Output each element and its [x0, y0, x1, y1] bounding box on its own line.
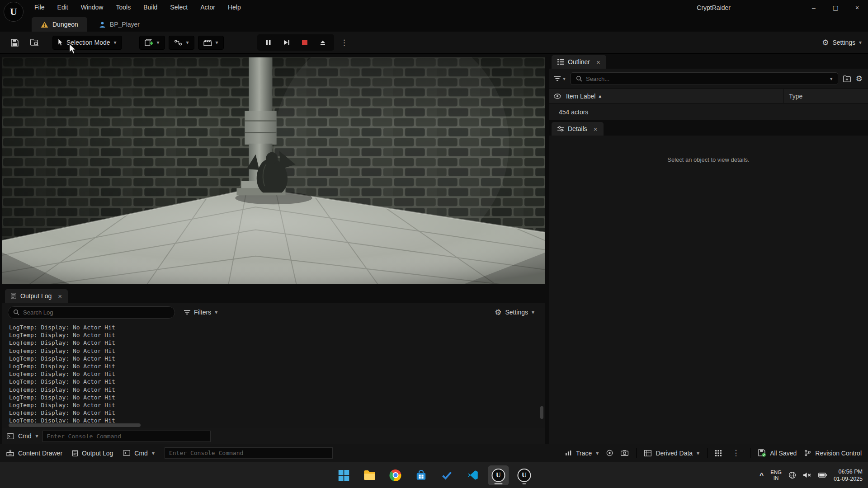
item-label-column-header[interactable]: Item Label ▴ — [566, 93, 783, 100]
statusbar-more-button[interactable]: ⋮ — [729, 448, 742, 458]
log-horizontal-scrollbar[interactable] — [9, 423, 539, 427]
content-drawer-button[interactable]: Content Drawer — [6, 450, 62, 457]
microsoft-store-button[interactable] — [411, 465, 432, 485]
outliner-search-input[interactable] — [586, 75, 826, 82]
minimize-icon: – — [812, 4, 816, 11]
type-column-header[interactable]: Type — [783, 89, 868, 103]
start-button[interactable] — [334, 465, 354, 485]
log-hscroll-thumb[interactable] — [9, 423, 141, 427]
log-search-input[interactable] — [23, 309, 170, 316]
selection-mode-dropdown[interactable]: Selection Mode ▾ — [52, 36, 122, 50]
frame-skip-button[interactable] — [279, 36, 294, 49]
menu-item-1[interactable]: Edit — [51, 0, 75, 15]
level-viewport[interactable] — [2, 57, 545, 284]
maximize-button[interactable]: ▢ — [825, 0, 846, 15]
log-lines-area[interactable]: LogTemp: Display: No Actor HitLogTemp: D… — [2, 322, 545, 422]
menu-item-7[interactable]: Help — [222, 0, 247, 15]
outliner-list-icon — [557, 59, 564, 65]
tab-dungeon[interactable]: Dungeon — [32, 17, 87, 32]
save-button[interactable] — [6, 36, 23, 49]
playback-options-button[interactable]: ⋮ — [338, 38, 351, 47]
outliner-body: ▾ ▾ ⚙ Item Label ▴ — [549, 69, 868, 121]
cinematics-dropdown[interactable]: ▾ — [198, 36, 224, 50]
check-app-button[interactable] — [437, 465, 458, 485]
chevron-down-icon[interactable]: ▾ — [36, 433, 38, 439]
log-search-box[interactable] — [8, 306, 175, 319]
toolbar-settings-dropdown[interactable]: ⚙ Settings ▾ — [822, 39, 862, 47]
statusbar-console-input[interactable] — [165, 447, 333, 459]
stop-button[interactable] — [297, 36, 312, 49]
grid-apps-icon[interactable] — [715, 450, 722, 456]
all-saved-label: All Saved — [770, 450, 797, 457]
menu-item-5[interactable]: Select — [164, 0, 194, 15]
battery-icon[interactable] — [818, 473, 827, 478]
log-filters-label: Filters — [194, 309, 211, 316]
file-explorer-button[interactable] — [359, 465, 380, 485]
clock-time: 06:56 PM — [834, 468, 863, 475]
running-indicator — [495, 483, 503, 484]
menu-item-3[interactable]: Tools — [109, 0, 137, 15]
unreal-logo[interactable]: U — [4, 2, 24, 22]
statusbar-cmd-dropdown[interactable]: Cmd ▾ — [123, 450, 155, 457]
blueprint-actor-icon — [99, 21, 106, 28]
pause-button[interactable] — [261, 36, 276, 49]
content-drawer-label: Content Drawer — [18, 450, 62, 457]
log-filters-dropdown[interactable]: Filters ▾ — [184, 309, 217, 316]
log-settings-dropdown[interactable]: ⚙ Settings ▾ — [495, 309, 534, 316]
unreal-launcher-taskbar-button[interactable]: U — [514, 465, 535, 485]
pause-icon — [265, 39, 271, 46]
derived-data-icon — [644, 450, 651, 456]
network-globe-icon[interactable] — [788, 471, 796, 479]
volume-muted-icon[interactable] — [803, 472, 811, 479]
unreal-app-glyph: U — [522, 471, 527, 479]
menu-item-0[interactable]: File — [28, 0, 51, 15]
blueprints-dropdown[interactable]: ▾ — [169, 36, 194, 50]
close-icon[interactable]: × — [58, 292, 62, 300]
close-icon[interactable]: × — [594, 125, 598, 133]
hidden-icons-chevron[interactable]: ^ — [760, 471, 764, 479]
eject-button[interactable] — [315, 36, 330, 49]
file-explorer-icon — [364, 470, 376, 480]
console-command-input[interactable] — [42, 431, 211, 442]
vscode-icon — [467, 469, 478, 481]
output-log-tab[interactable]: Output Log × — [5, 289, 68, 303]
all-saved-button[interactable]: All Saved — [758, 449, 797, 457]
statusbar-output-log-button[interactable]: Output Log — [72, 450, 113, 457]
filter-icon — [184, 310, 190, 315]
derived-data-dropdown[interactable]: Derived Data ▾ — [644, 450, 699, 457]
log-line-3: LogTemp: Display: No Actor Hit — [9, 347, 545, 355]
add-actor-dropdown[interactable]: ▾ — [139, 36, 165, 50]
outliner-tab[interactable]: Outliner × — [552, 55, 606, 69]
details-tab[interactable]: Details × — [552, 122, 604, 136]
trace-label: Trace — [576, 450, 592, 457]
outliner-search-box[interactable]: ▾ — [571, 72, 838, 85]
revision-control-button[interactable]: Revision Control — [804, 450, 862, 457]
insights-target-icon[interactable] — [606, 450, 613, 456]
chrome-button[interactable] — [385, 465, 406, 485]
outliner-settings-gear-icon[interactable]: ⚙ — [856, 75, 863, 83]
add-folder-icon[interactable] — [843, 75, 851, 82]
playback-controls — [257, 34, 334, 51]
clock[interactable]: 06:56 PM 01-09-2025 — [834, 468, 863, 483]
left-column: Output Log × Filters ▾ ⚙ — [0, 54, 545, 444]
vscode-button[interactable] — [462, 465, 483, 485]
visibility-column-header[interactable] — [549, 94, 566, 99]
screenshot-camera-icon[interactable] — [621, 450, 628, 456]
menu-item-6[interactable]: Actor — [194, 0, 222, 15]
log-vertical-scrollbar[interactable] — [540, 406, 543, 419]
trace-dropdown[interactable]: Trace ▾ — [565, 450, 599, 457]
menu-item-2[interactable]: Window — [75, 0, 110, 15]
outliner-filter-dropdown[interactable]: ▾ — [554, 75, 566, 82]
details-empty-message: Select an object to view details. — [667, 156, 749, 444]
tab-bp-player[interactable]: BP_Player — [90, 17, 149, 32]
menu-item-4[interactable]: Build — [137, 0, 164, 15]
outliner-tabrow: Outliner × — [549, 54, 868, 69]
browse-content-button[interactable] — [26, 36, 42, 49]
minimize-button[interactable]: – — [803, 0, 825, 15]
chevron-down-icon[interactable]: ▾ — [830, 75, 833, 82]
details-tabrow: Details × — [549, 121, 868, 136]
unreal-editor-taskbar-button[interactable]: U — [488, 465, 509, 485]
close-icon[interactable]: × — [596, 58, 600, 66]
close-button[interactable]: × — [846, 0, 868, 15]
language-indicator[interactable]: ENG IN — [770, 469, 782, 481]
